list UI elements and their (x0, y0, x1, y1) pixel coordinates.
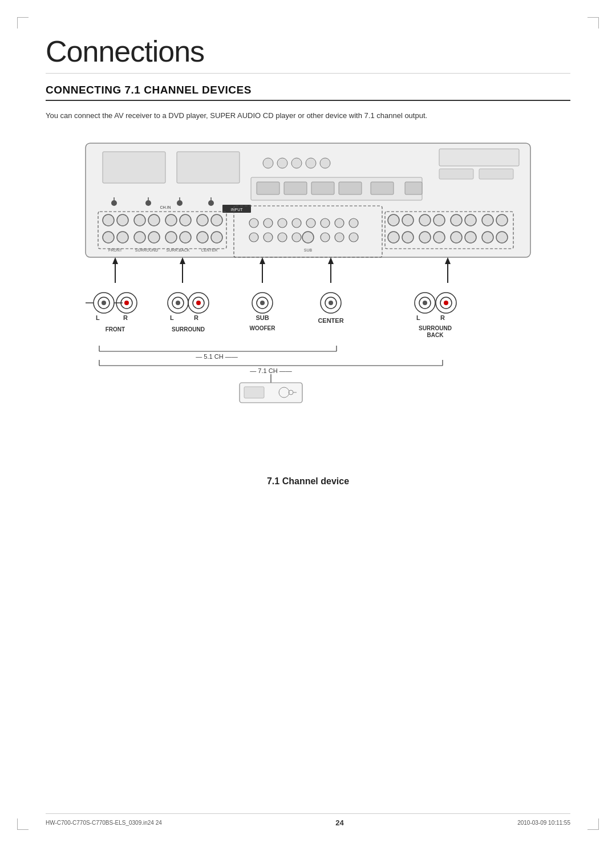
svg-point-64 (208, 200, 214, 206)
svg-marker-86 (112, 257, 118, 264)
svg-point-36 (388, 214, 399, 226)
svg-text:SUB: SUB (256, 314, 269, 321)
footer-date: 2010-03-09 10:11:55 (517, 820, 570, 826)
svg-point-48 (451, 232, 462, 243)
diagram-caption: 7.1 Channel device (267, 476, 349, 487)
svg-point-41 (465, 214, 476, 226)
svg-text:FRONT: FRONT (106, 326, 125, 333)
svg-point-44 (388, 232, 399, 243)
svg-point-78 (249, 233, 258, 242)
svg-text:INPUT: INPUT (231, 208, 244, 212)
svg-point-122 (329, 301, 333, 305)
svg-point-31 (148, 232, 160, 243)
svg-rect-2 (177, 152, 240, 183)
svg-point-33 (180, 232, 191, 243)
svg-point-71 (264, 218, 273, 228)
svg-marker-94 (445, 257, 451, 264)
svg-point-5 (291, 158, 302, 168)
svg-point-102 (124, 301, 129, 305)
svg-point-51 (496, 232, 508, 243)
svg-point-21 (117, 214, 128, 226)
svg-text:SURROUND: SURROUND (419, 325, 452, 331)
svg-point-129 (444, 301, 448, 305)
svg-point-77 (349, 218, 358, 228)
svg-rect-15 (339, 182, 362, 194)
corner-mark-bl (17, 818, 29, 830)
svg-point-84 (349, 233, 358, 242)
svg-point-32 (165, 232, 177, 243)
svg-rect-9 (439, 169, 473, 179)
svg-text:— 5.1 CH ——: — 5.1 CH —— (196, 353, 237, 360)
svg-text:— 7.1 CH ——: — 7.1 CH —— (250, 367, 291, 374)
svg-marker-88 (180, 257, 185, 264)
svg-rect-17 (405, 182, 422, 194)
svg-point-79 (264, 233, 273, 242)
section-title: CONNECTING 7.1 CHANNEL DEVICES (46, 84, 570, 101)
svg-point-3 (263, 158, 273, 168)
svg-point-40 (451, 214, 462, 226)
svg-point-34 (197, 232, 208, 243)
svg-point-80 (278, 233, 287, 242)
svg-point-73 (292, 218, 301, 228)
svg-point-50 (482, 232, 493, 243)
svg-point-43 (496, 214, 508, 226)
svg-rect-1 (103, 152, 165, 183)
svg-rect-16 (371, 182, 394, 194)
footer-filename: HW-C700-C770S-C770BS-ELS_0309.in24 24 (46, 820, 162, 826)
svg-point-83 (335, 233, 344, 242)
svg-point-20 (103, 214, 114, 226)
svg-text:CENTER: CENTER (318, 317, 343, 324)
svg-point-46 (419, 232, 431, 243)
svg-point-76 (335, 218, 344, 228)
svg-point-6 (306, 158, 316, 168)
svg-rect-14 (311, 182, 334, 194)
svg-point-7 (320, 158, 330, 168)
svg-point-27 (211, 214, 222, 226)
svg-text:CH.IN: CH.IN (160, 205, 171, 209)
svg-point-23 (148, 214, 160, 226)
svg-text:WOOFER: WOOFER (250, 325, 276, 331)
footer-page-number: 24 (335, 818, 343, 827)
svg-point-82 (321, 233, 330, 242)
svg-point-70 (249, 218, 258, 228)
svg-point-29 (117, 232, 128, 243)
svg-rect-144 (244, 387, 264, 398)
svg-point-111 (196, 301, 201, 305)
svg-point-28 (103, 232, 114, 243)
svg-text:L: L (96, 314, 100, 321)
corner-mark-br (587, 818, 599, 830)
diagram-container: INPUT (46, 137, 570, 487)
svg-text:R: R (194, 314, 198, 321)
svg-point-75 (321, 218, 330, 228)
svg-text:FRONT: FRONT (108, 248, 123, 252)
svg-text:SUB: SUB (304, 248, 313, 252)
corner-mark-tl (17, 17, 29, 29)
svg-point-81 (292, 233, 301, 242)
svg-point-60 (145, 200, 151, 206)
diagram-svg: INPUT (51, 137, 565, 471)
svg-point-26 (197, 214, 208, 226)
svg-point-35 (211, 232, 222, 243)
svg-point-22 (134, 214, 145, 226)
description: You can connect the AV receiver to a DVD… (46, 110, 570, 121)
svg-point-25 (180, 214, 191, 226)
footer: HW-C700-C770S-C770BS-ELS_0309.in24 24 24… (46, 813, 570, 827)
svg-point-37 (402, 214, 414, 226)
svg-text:R: R (440, 314, 445, 321)
page-title: Connections (46, 34, 570, 74)
svg-rect-8 (439, 149, 519, 166)
svg-text:L: L (170, 314, 174, 321)
svg-rect-10 (479, 169, 513, 179)
svg-point-62 (177, 200, 183, 206)
svg-point-74 (306, 218, 315, 228)
svg-point-45 (402, 232, 414, 243)
corner-mark-tr (587, 17, 599, 29)
svg-point-97 (102, 301, 106, 305)
svg-text:R: R (123, 314, 128, 321)
svg-point-30 (134, 232, 145, 243)
svg-point-38 (419, 214, 431, 226)
svg-point-117 (260, 301, 265, 305)
svg-point-42 (482, 214, 493, 226)
svg-point-72 (278, 218, 287, 228)
svg-point-108 (176, 301, 180, 305)
